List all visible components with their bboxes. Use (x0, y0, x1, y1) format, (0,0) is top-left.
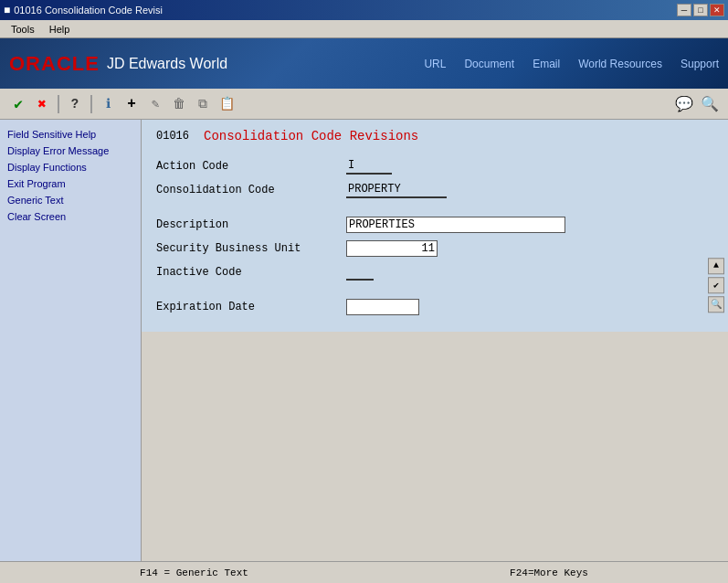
form-title: Consolidation Code Revisions (204, 129, 418, 143)
oracle-logo: ORACLE JD Edwards World (9, 52, 227, 76)
nav-support[interactable]: Support (681, 58, 719, 70)
minimize-button[interactable]: ─ (677, 4, 691, 16)
form-header: 01016 Consolidation Code Revisions (156, 129, 713, 143)
description-row: Description (156, 217, 713, 233)
status-left: F14 = Generic Text (140, 567, 248, 578)
toolbar-separator-2 (90, 95, 92, 113)
nav-email[interactable]: Email (533, 58, 560, 70)
action-code-label: Action Code (156, 160, 339, 173)
oracle-brand: ORACLE (9, 52, 100, 76)
action-code-input[interactable] (346, 158, 392, 175)
window-title: 01016 Consolidation Code Revisi (14, 5, 163, 16)
status-bar: F14 = Generic Text F24=More Keys (0, 561, 728, 583)
menu-help[interactable]: Help (42, 22, 78, 37)
edit-button[interactable]: ✎ (144, 93, 166, 115)
nav-document[interactable]: Document (464, 58, 514, 70)
security-bu-label: Security Business Unit (156, 242, 339, 255)
jde-brand: JD Edwards World (107, 56, 227, 72)
chat-button[interactable]: 💬 (673, 93, 695, 115)
section-gap-1 (156, 206, 713, 217)
sidebar-item-clear-screen[interactable]: Clear Screen (4, 209, 137, 224)
scroll-up-button[interactable]: ▲ (708, 258, 724, 274)
consolidation-code-label: Consolidation Code (156, 184, 339, 196)
inactive-code-row: Inactive Code (156, 264, 713, 281)
menu-bar: Tools Help (0, 20, 728, 38)
paste-button[interactable]: 📋 (216, 93, 237, 115)
app-icon: ■ (4, 4, 10, 16)
content-area: 01016 Consolidation Code Revisions Actio… (142, 120, 728, 332)
nav-world-resources[interactable]: World Resources (578, 58, 662, 70)
title-bar-controls: ─ □ ✕ (677, 4, 724, 16)
section-gap-2 (156, 288, 713, 299)
inactive-code-input[interactable] (346, 264, 374, 281)
expiration-date-label: Expiration Date (156, 301, 339, 313)
check-button[interactable]: ✔ (7, 93, 29, 115)
search-button[interactable]: 🔍 (699, 93, 721, 115)
close-button[interactable]: ✕ (710, 4, 724, 16)
header-nav: URL Document Email World Resources Suppo… (424, 58, 719, 70)
sidebar-item-display-error[interactable]: Display Error Message (4, 143, 137, 158)
scroll-buttons: ▲ ✔ 🔍 (708, 258, 724, 424)
add-button[interactable]: + (121, 93, 142, 115)
action-code-row: Action Code (156, 158, 713, 175)
sidebar-item-display-functions[interactable]: Display Functions (4, 160, 137, 175)
title-bar: ■ 01016 Consolidation Code Revisi ─ □ ✕ (0, 0, 728, 20)
sidebar-item-exit-program[interactable]: Exit Program (4, 176, 137, 191)
form-number: 01016 (156, 130, 189, 143)
toolbar-right: 💬 🔍 (673, 93, 721, 115)
sidebar-item-generic-text[interactable]: Generic Text (4, 193, 137, 207)
delete-button[interactable]: 🗑 (168, 93, 190, 115)
maximize-button[interactable]: □ (693, 4, 708, 16)
copy-button[interactable]: ⧉ (192, 93, 214, 115)
consolidation-code-input[interactable] (346, 182, 447, 198)
sidebar: Field Sensitive Help Display Error Messa… (0, 120, 142, 561)
menu-tools[interactable]: Tools (4, 22, 42, 37)
status-right: F24=More Keys (510, 567, 588, 578)
consolidation-code-row: Consolidation Code (156, 182, 713, 198)
expiration-date-row: Expiration Date (156, 299, 713, 315)
expiration-date-input[interactable] (346, 299, 419, 315)
cancel-button[interactable]: ✖ (31, 93, 53, 115)
oracle-header: ORACLE JD Edwards World URL Document Ema… (0, 38, 728, 89)
info-button[interactable]: ℹ (97, 93, 119, 115)
main-container: Field Sensitive Help Display Error Messa… (0, 120, 728, 561)
help-button[interactable]: ? (64, 93, 86, 115)
title-bar-left: ■ 01016 Consolidation Code Revisi (4, 4, 163, 16)
toolbar-separator-1 (58, 95, 59, 113)
inactive-code-label: Inactive Code (156, 266, 339, 279)
scroll-zoom-button[interactable]: 🔍 (708, 296, 724, 313)
description-label: Description (156, 218, 339, 231)
security-bu-row: Security Business Unit (156, 240, 713, 257)
security-bu-input[interactable] (346, 240, 438, 257)
toolbar: ✔ ✖ ? ℹ + ✎ 🗑 ⧉ 📋 💬 🔍 (0, 89, 728, 120)
description-input[interactable] (346, 217, 565, 233)
scroll-check-button[interactable]: ✔ (708, 277, 724, 293)
content-wrapper: 01016 Consolidation Code Revisions Actio… (142, 120, 728, 561)
nav-url[interactable]: URL (424, 58, 446, 70)
sidebar-item-field-sensitive-help[interactable]: Field Sensitive Help (4, 127, 137, 142)
